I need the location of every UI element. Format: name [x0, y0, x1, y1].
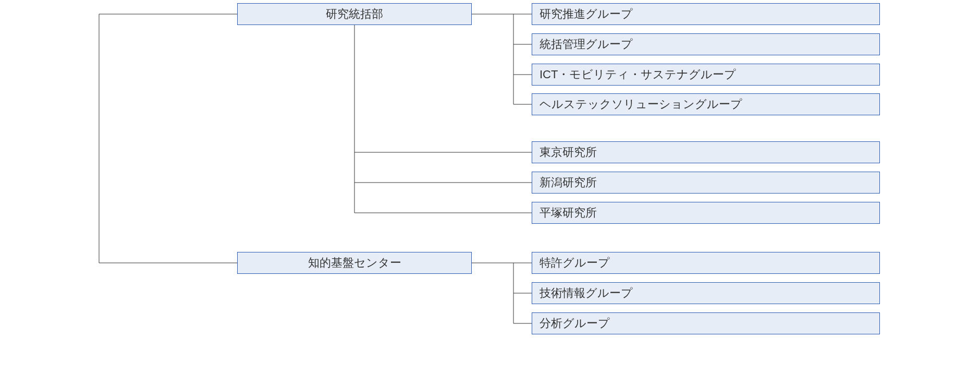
ipgroup-label: 技術情報グループ — [540, 285, 633, 301]
lab-tokyo: 東京研究所 — [532, 141, 880, 163]
group-healthtech-solution: ヘルステックソリューショングループ — [532, 93, 880, 115]
lab-niigata: 新潟研究所 — [532, 172, 880, 194]
group-label: ヘルステックソリューショングループ — [540, 96, 742, 112]
ipgroup-analysis: 分析グループ — [532, 312, 880, 334]
dept-label: 研究統括部 — [326, 6, 383, 22]
lab-label: 新潟研究所 — [540, 175, 597, 190]
ipgroup-label: 分析グループ — [540, 316, 610, 331]
ipgroup-techinfo: 技術情報グループ — [532, 282, 880, 304]
group-ict-mobility-sustaina: ICT・モビリティ・サステナグループ — [532, 64, 880, 86]
lab-label: 平塚研究所 — [540, 205, 597, 221]
group-research-promotion: 研究推進グループ — [532, 3, 880, 25]
group-label: ICT・モビリティ・サステナグループ — [540, 67, 736, 82]
dept-label: 知的基盤センター — [308, 255, 401, 271]
dept-research-division: 研究統括部 — [237, 3, 472, 25]
ipgroup-patent: 特許グループ — [532, 252, 880, 274]
group-label: 統括管理グループ — [540, 37, 633, 52]
lab-label: 東京研究所 — [540, 144, 597, 160]
lab-hiratsuka: 平塚研究所 — [532, 202, 880, 224]
group-label: 研究推進グループ — [540, 6, 633, 22]
dept-ip-center: 知的基盤センター — [237, 252, 472, 274]
group-general-admin: 統括管理グループ — [532, 33, 880, 55]
ipgroup-label: 特許グループ — [540, 255, 610, 271]
